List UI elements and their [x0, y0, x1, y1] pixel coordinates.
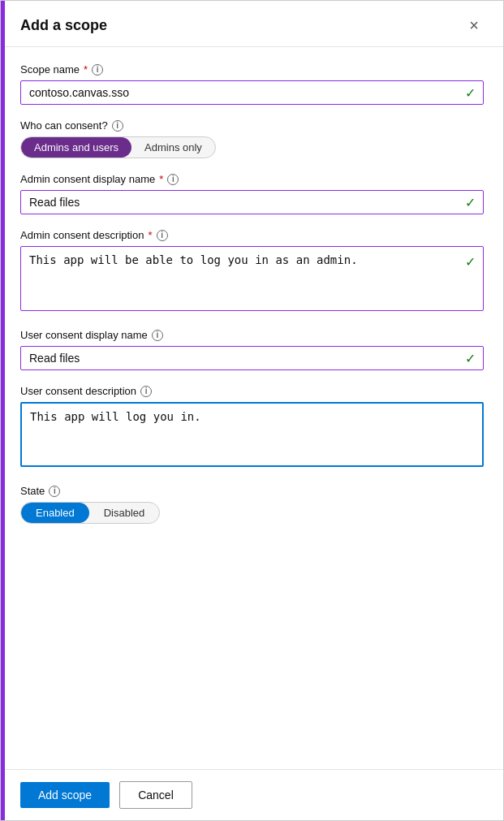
scope-name-group: Scope name * i ✓: [20, 63, 484, 105]
admins-users-toggle[interactable]: Admins and users: [21, 137, 131, 158]
user-consent-display-name-input-wrapper: ✓: [20, 346, 484, 370]
dialog-footer: Add scope Cancel: [1, 769, 503, 820]
admin-consent-display-name-group: Admin consent display name * i ✓: [20, 173, 484, 214]
admin-consent-display-name-label: Admin consent display name * i: [20, 173, 484, 185]
admin-consent-display-name-input-wrapper: ✓: [20, 190, 484, 214]
scope-name-info-icon: i: [92, 64, 103, 76]
state-label: State i: [20, 485, 484, 497]
admin-consent-description-check-icon: ✓: [465, 254, 476, 270]
scope-name-label: Scope name * i: [20, 63, 484, 76]
who-can-consent-label: Who can consent? i: [20, 119, 484, 132]
state-group: State i Enabled Disabled: [20, 485, 484, 524]
admin-consent-display-name-input[interactable]: [20, 190, 484, 214]
cancel-button[interactable]: Cancel: [119, 781, 192, 809]
admin-consent-description-info-icon: i: [157, 230, 168, 241]
admins-only-toggle[interactable]: Admins only: [131, 137, 215, 158]
required-star-3: *: [148, 229, 152, 241]
state-info-icon: i: [49, 486, 60, 497]
user-consent-display-name-label: User consent display name i: [20, 329, 484, 341]
user-consent-description-info-icon: i: [140, 386, 152, 397]
disabled-toggle[interactable]: Disabled: [89, 503, 160, 523]
dialog-body: Scope name * i ✓ Who can consent? i Admi…: [1, 47, 503, 769]
admin-consent-description-wrapper: This app will be able to log you in as a…: [20, 246, 484, 314]
who-can-consent-info-icon: i: [112, 120, 123, 132]
state-toggle-group: Enabled Disabled: [20, 502, 160, 524]
admin-consent-description-group: Admin consent description * i This app w…: [20, 229, 484, 314]
close-button[interactable]: ×: [464, 15, 484, 35]
enabled-toggle[interactable]: Enabled: [21, 503, 89, 523]
admin-consent-description-input[interactable]: This app will be able to log you in as a…: [20, 246, 484, 311]
user-consent-description-group: User consent description i This app will…: [20, 385, 484, 470]
dialog-header: Add a scope ×: [1, 1, 503, 47]
dialog-title: Add a scope: [20, 17, 107, 34]
required-star: *: [84, 63, 88, 76]
add-scope-button[interactable]: Add scope: [20, 782, 110, 808]
required-star-2: *: [159, 173, 163, 185]
accent-bar: [1, 1, 5, 820]
scope-name-input-wrapper: ✓: [20, 80, 484, 105]
user-consent-description-input[interactable]: This app will log you in.: [20, 402, 484, 467]
add-scope-dialog: Add a scope × Scope name * i ✓ Who can c…: [0, 0, 504, 821]
who-can-consent-group: Who can consent? i Admins and users Admi…: [20, 119, 484, 158]
admin-consent-display-name-info-icon: i: [167, 174, 179, 185]
user-consent-display-name-group: User consent display name i ✓: [20, 329, 484, 370]
user-consent-display-name-info-icon: i: [152, 330, 163, 341]
user-consent-display-name-input[interactable]: [20, 346, 484, 370]
user-consent-description-label: User consent description i: [20, 385, 484, 397]
admin-consent-description-label: Admin consent description * i: [20, 229, 484, 241]
scope-name-check-icon: ✓: [465, 85, 476, 101]
user-consent-description-wrapper: This app will log you in.: [20, 402, 484, 470]
consent-toggle-group: Admins and users Admins only: [20, 136, 216, 158]
admin-consent-display-name-check-icon: ✓: [465, 195, 476, 210]
user-consent-display-name-check-icon: ✓: [465, 351, 476, 366]
scope-name-input[interactable]: [20, 80, 484, 105]
